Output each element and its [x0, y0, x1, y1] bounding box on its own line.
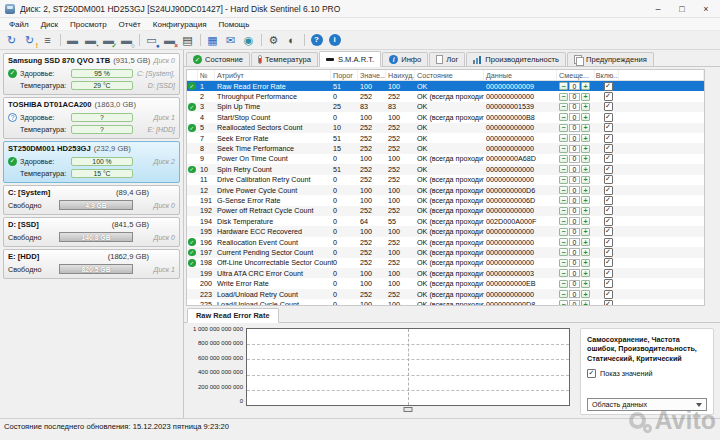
offset-increase-button[interactable]: +	[581, 300, 590, 305]
attribute-enabled-checkbox[interactable]	[604, 217, 613, 226]
data-area-dropdown[interactable]: Область данных	[587, 398, 707, 411]
table-row[interactable]: 191 G-Sense Error Rate 0 100 100 OK (все…	[187, 195, 704, 205]
attribute-enabled-checkbox[interactable]	[604, 123, 613, 132]
column-header-data[interactable]: Данные	[484, 70, 557, 80]
attribute-enabled-checkbox[interactable]	[604, 82, 613, 91]
maximize-button[interactable]: □	[670, 0, 694, 17]
table-row[interactable]: 225 Load/Unload Cycle Count 0 100 100 OK…	[187, 299, 704, 305]
partition-panel[interactable]: C: [System] (89,4 GB) Свободно 4,9 GB Ди…	[3, 185, 180, 215]
globe-gear-icon[interactable]: ◐	[283, 32, 300, 48]
offset-increase-button[interactable]: +	[581, 103, 590, 111]
column-header-value[interactable]: Значе...	[358, 70, 386, 80]
column-header-offset[interactable]: Смеще...	[557, 70, 595, 80]
offset-increase-button[interactable]: +	[581, 155, 590, 163]
attribute-enabled-checkbox[interactable]	[604, 134, 613, 143]
offset-increase-button[interactable]: +	[581, 196, 590, 204]
notes-icon[interactable]: ▦	[204, 32, 221, 48]
menu-item[interactable]: Просмотр	[64, 20, 113, 29]
attribute-enabled-checkbox[interactable]	[604, 92, 613, 101]
menu-item[interactable]: Отчёт	[113, 20, 147, 29]
offset-increase-button[interactable]: +	[581, 207, 590, 215]
table-row[interactable]: 195 Hardware ECC Recovered 0 100 100 OK …	[187, 226, 704, 236]
offset-decrease-button[interactable]: −	[559, 186, 568, 194]
offset-decrease-button[interactable]: −	[559, 176, 568, 184]
table-row[interactable]: 197 Current Pending Sector Count 0 252 1…	[187, 247, 704, 257]
disk-icon[interactable]: ▬	[64, 32, 81, 48]
attribute-enabled-checkbox[interactable]	[604, 154, 613, 163]
offset-increase-button[interactable]: +	[581, 290, 590, 298]
offset-increase-button[interactable]: +	[581, 228, 590, 236]
help-icon[interactable]: ?	[308, 32, 325, 48]
partition-panel[interactable]: D: [SSD] (841,5 GB) Свободно 140,8 GB Ди…	[3, 217, 180, 247]
chart-tab[interactable]: Raw Read Error Rate	[187, 308, 279, 323]
offset-increase-button[interactable]: +	[581, 217, 590, 225]
printer-icon[interactable]: ▤	[179, 32, 196, 48]
menu-item[interactable]: Файл	[3, 20, 35, 29]
offset-decrease-button[interactable]: −	[559, 155, 568, 163]
speaker-globe-icon[interactable]: ◉	[240, 32, 257, 48]
disk-panel[interactable]: ST250DM001 HD253GJ (232,9 GB) Здоровье: …	[3, 141, 180, 183]
table-row[interactable]: 196 Reallocation Event Count 0 252 252 O…	[187, 237, 704, 247]
report-lines-icon[interactable]: ≡	[39, 32, 56, 48]
attribute-enabled-checkbox[interactable]	[604, 144, 613, 153]
offset-increase-button[interactable]: +	[581, 134, 590, 142]
disk-search-icon[interactable]: ▬	[118, 32, 135, 48]
table-row[interactable]: 194 Disk Temperature 0 64 55 OK (всегда …	[187, 216, 704, 226]
table-row[interactable]: 9 Power On Time Count 0 100 100 OK (всег…	[187, 154, 704, 164]
table-row[interactable]: 199 Ultra ATA CRC Error Count 0 100 100 …	[187, 268, 704, 278]
offset-increase-button[interactable]: +	[581, 165, 590, 173]
gear-icon[interactable]: ⚙	[265, 32, 282, 48]
table-row[interactable]: 1 Raw Read Error Rate 51 100 100 OK 0000…	[187, 81, 704, 91]
offset-increase-button[interactable]: +	[581, 124, 590, 132]
offset-decrease-button[interactable]: −	[559, 217, 568, 225]
table-row[interactable]: 2 Throughput Performance 0 252 252 OK (в…	[187, 91, 704, 101]
attribute-enabled-checkbox[interactable]	[604, 279, 613, 288]
attribute-enabled-checkbox[interactable]	[604, 269, 613, 278]
offset-increase-button[interactable]: +	[581, 145, 590, 153]
attribute-enabled-checkbox[interactable]	[604, 290, 613, 299]
offset-decrease-button[interactable]: −	[559, 300, 568, 305]
attribute-enabled-checkbox[interactable]	[604, 113, 613, 122]
offset-decrease-button[interactable]: −	[559, 124, 568, 132]
attribute-enabled-checkbox[interactable]	[604, 300, 613, 305]
tab[interactable]: S.M.A.R.T.	[319, 51, 381, 67]
table-row[interactable]: 10 Spin Retry Count 51 252 252 OK 000000…	[187, 164, 704, 174]
offset-decrease-button[interactable]: −	[559, 280, 568, 288]
info-icon[interactable]: i	[326, 32, 343, 48]
offset-increase-button[interactable]: +	[581, 280, 590, 288]
offset-decrease-button[interactable]: −	[559, 259, 568, 267]
table-row[interactable]: 3 Spin Up Time 25 83 83 OK 000000001539 …	[187, 102, 704, 112]
partition-panel[interactable]: E: [HDD] (1862,9 GB) Свободно 820,5 GB Д…	[3, 249, 180, 279]
offset-increase-button[interactable]: +	[581, 259, 590, 267]
offset-decrease-button[interactable]: −	[559, 165, 568, 173]
show-values-checkbox[interactable]	[587, 369, 596, 378]
offset-increase-button[interactable]: +	[581, 186, 590, 194]
attribute-enabled-checkbox[interactable]	[604, 196, 613, 205]
offset-decrease-button[interactable]: −	[559, 196, 568, 204]
offset-decrease-button[interactable]: −	[559, 113, 568, 121]
table-row[interactable]: 12 Drive Power Cycle Count 0 100 100 OK …	[187, 185, 704, 195]
attribute-enabled-checkbox[interactable]	[604, 165, 613, 174]
table-row[interactable]: 192 Power off Retract Cycle Count 0 252 …	[187, 206, 704, 216]
refresh-alert-icon[interactable]: ↻	[21, 32, 38, 48]
column-header-worst[interactable]: Наихуд...	[386, 70, 415, 80]
drive-globe-icon[interactable]: ▭	[143, 32, 160, 48]
offset-increase-button[interactable]: +	[581, 248, 590, 256]
table-row[interactable]: 198 Off-Line Uncorrectable Sector Count …	[187, 258, 704, 268]
table-row[interactable]: 8 Seek Time Performance 15 252 252 OK 00…	[187, 143, 704, 153]
offset-decrease-button[interactable]: −	[559, 228, 568, 236]
chart-slider-handle[interactable]	[404, 407, 413, 412]
disk-panel[interactable]: TOSHIBA DT01ACA200 (1863,0 GB) Здоровье:…	[3, 97, 180, 139]
table-row[interactable]: 11 Drive Calibration Retry Count 0 252 2…	[187, 175, 704, 185]
offset-decrease-button[interactable]: −	[559, 238, 568, 246]
attribute-enabled-checkbox[interactable]	[604, 238, 613, 247]
minimize-button[interactable]: –	[646, 0, 670, 17]
offset-decrease-button[interactable]: −	[559, 93, 568, 101]
column-header-included[interactable]: Вклю...	[595, 70, 619, 80]
table-row[interactable]: 5 Reallocated Sectors Count 10 252 252 O…	[187, 123, 704, 133]
table-row[interactable]: 4 Start/Stop Count 0 100 100 OK (всегда …	[187, 112, 704, 122]
attribute-enabled-checkbox[interactable]	[604, 227, 613, 236]
attribute-enabled-checkbox[interactable]	[604, 186, 613, 195]
table-row[interactable]: 7 Seek Error Rate 51 252 252 OK 00000000…	[187, 133, 704, 143]
attribute-enabled-checkbox[interactable]	[604, 206, 613, 215]
